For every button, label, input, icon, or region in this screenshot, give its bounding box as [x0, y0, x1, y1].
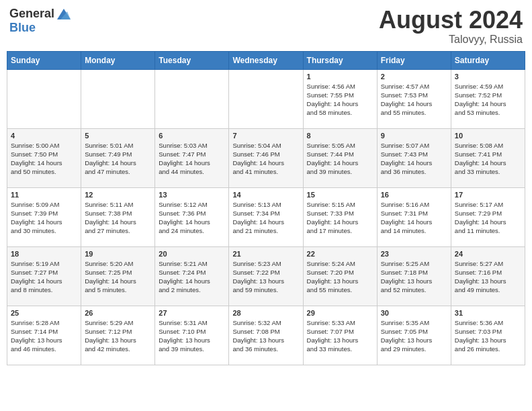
day-number: 23	[381, 250, 447, 258]
day-info: Sunrise: 5:36 AM Sunset: 7:03 PM Dayligh…	[455, 318, 521, 354]
day-info: Sunrise: 5:09 AM Sunset: 7:39 PM Dayligh…	[11, 200, 77, 236]
calendar-cell: 31Sunrise: 5:36 AM Sunset: 7:03 PM Dayli…	[451, 306, 525, 365]
column-header-tuesday: Tuesday	[155, 51, 229, 69]
day-number: 19	[85, 250, 151, 258]
day-info: Sunrise: 5:29 AM Sunset: 7:12 PM Dayligh…	[85, 318, 151, 354]
day-info: Sunrise: 5:00 AM Sunset: 7:50 PM Dayligh…	[11, 141, 77, 177]
day-number: 28	[232, 309, 299, 317]
calendar-cell	[155, 69, 229, 128]
calendar-cell: 14Sunrise: 5:13 AM Sunset: 7:34 PM Dayli…	[229, 187, 303, 246]
column-header-wednesday: Wednesday	[229, 51, 303, 69]
week-row-4: 18Sunrise: 5:19 AM Sunset: 7:27 PM Dayli…	[7, 246, 525, 306]
page-header: General Blue August 2024 Talovyy, Russia	[7, 7, 525, 46]
day-number: 22	[307, 250, 373, 258]
calendar-cell: 25Sunrise: 5:28 AM Sunset: 7:14 PM Dayli…	[7, 306, 81, 365]
column-header-saturday: Saturday	[451, 51, 525, 69]
calendar-cell: 18Sunrise: 5:19 AM Sunset: 7:27 PM Dayli…	[7, 246, 81, 306]
calendar-cell: 17Sunrise: 5:17 AM Sunset: 7:29 PM Dayli…	[451, 187, 525, 246]
week-row-1: 1Sunrise: 4:56 AM Sunset: 7:55 PM Daylig…	[7, 69, 525, 128]
calendar-cell: 15Sunrise: 5:15 AM Sunset: 7:33 PM Dayli…	[303, 187, 377, 246]
day-number: 3	[455, 73, 521, 81]
calendar-cell: 11Sunrise: 5:09 AM Sunset: 7:39 PM Dayli…	[7, 187, 81, 246]
day-info: Sunrise: 5:35 AM Sunset: 7:05 PM Dayligh…	[381, 318, 447, 354]
calendar-table: SundayMondayTuesdayWednesdayThursdayFrid…	[7, 51, 525, 365]
week-row-3: 11Sunrise: 5:09 AM Sunset: 7:39 PM Dayli…	[7, 187, 525, 246]
day-number: 7	[232, 132, 299, 140]
calendar-cell: 19Sunrise: 5:20 AM Sunset: 7:25 PM Dayli…	[81, 246, 155, 306]
day-number: 2	[381, 73, 447, 81]
day-info: Sunrise: 5:04 AM Sunset: 7:46 PM Dayligh…	[232, 141, 299, 177]
calendar-cell: 7Sunrise: 5:04 AM Sunset: 7:46 PM Daylig…	[229, 128, 303, 187]
day-info: Sunrise: 5:25 AM Sunset: 7:18 PM Dayligh…	[381, 259, 447, 295]
day-info: Sunrise: 5:15 AM Sunset: 7:33 PM Dayligh…	[307, 200, 373, 236]
month-title-block: August 2024 Talovyy, Russia	[379, 7, 523, 46]
day-info: Sunrise: 5:27 AM Sunset: 7:16 PM Dayligh…	[455, 259, 521, 295]
day-info: Sunrise: 5:08 AM Sunset: 7:41 PM Dayligh…	[455, 141, 521, 177]
logo-icon	[57, 9, 71, 19]
calendar-cell: 24Sunrise: 5:27 AM Sunset: 7:16 PM Dayli…	[451, 246, 525, 306]
calendar-cell: 13Sunrise: 5:12 AM Sunset: 7:36 PM Dayli…	[155, 187, 229, 246]
day-info: Sunrise: 5:33 AM Sunset: 7:07 PM Dayligh…	[307, 318, 373, 354]
calendar-cell: 28Sunrise: 5:32 AM Sunset: 7:08 PM Dayli…	[229, 306, 303, 365]
day-number: 6	[159, 132, 225, 140]
calendar-cell	[81, 69, 155, 128]
day-number: 24	[455, 250, 521, 258]
day-number: 31	[455, 309, 521, 317]
calendar-cell	[229, 69, 303, 128]
day-number: 15	[307, 191, 373, 199]
day-info: Sunrise: 5:31 AM Sunset: 7:10 PM Dayligh…	[159, 318, 225, 354]
week-row-5: 25Sunrise: 5:28 AM Sunset: 7:14 PM Dayli…	[7, 306, 525, 365]
day-info: Sunrise: 5:07 AM Sunset: 7:43 PM Dayligh…	[381, 141, 447, 177]
day-info: Sunrise: 4:57 AM Sunset: 7:53 PM Dayligh…	[381, 82, 447, 118]
calendar-cell: 27Sunrise: 5:31 AM Sunset: 7:10 PM Dayli…	[155, 306, 229, 365]
week-row-2: 4Sunrise: 5:00 AM Sunset: 7:50 PM Daylig…	[7, 128, 525, 187]
day-info: Sunrise: 4:59 AM Sunset: 7:52 PM Dayligh…	[455, 82, 521, 118]
day-info: Sunrise: 5:12 AM Sunset: 7:36 PM Dayligh…	[159, 200, 225, 236]
calendar-cell: 16Sunrise: 5:16 AM Sunset: 7:31 PM Dayli…	[377, 187, 451, 246]
day-number: 5	[85, 132, 151, 140]
calendar-cell: 23Sunrise: 5:25 AM Sunset: 7:18 PM Dayli…	[377, 246, 451, 306]
day-info: Sunrise: 4:56 AM Sunset: 7:55 PM Dayligh…	[307, 82, 373, 118]
day-number: 11	[11, 191, 77, 199]
column-header-friday: Friday	[377, 51, 451, 69]
day-info: Sunrise: 5:11 AM Sunset: 7:38 PM Dayligh…	[85, 200, 151, 236]
day-info: Sunrise: 5:17 AM Sunset: 7:29 PM Dayligh…	[455, 200, 521, 236]
day-number: 8	[307, 132, 373, 140]
calendar-cell	[7, 69, 81, 128]
day-number: 1	[307, 73, 373, 81]
day-info: Sunrise: 5:23 AM Sunset: 7:22 PM Dayligh…	[232, 259, 299, 295]
calendar-cell: 2Sunrise: 4:57 AM Sunset: 7:53 PM Daylig…	[377, 69, 451, 128]
day-number: 21	[232, 250, 299, 258]
day-info: Sunrise: 5:01 AM Sunset: 7:49 PM Dayligh…	[85, 141, 151, 177]
column-header-thursday: Thursday	[303, 51, 377, 69]
location-heading: Talovyy, Russia	[379, 34, 523, 46]
day-number: 17	[455, 191, 521, 199]
day-info: Sunrise: 5:21 AM Sunset: 7:24 PM Dayligh…	[159, 259, 225, 295]
logo-blue-text: Blue	[9, 21, 36, 34]
day-number: 27	[159, 309, 225, 317]
logo-general-text: General	[9, 7, 54, 21]
day-number: 25	[11, 309, 77, 317]
calendar-cell: 3Sunrise: 4:59 AM Sunset: 7:52 PM Daylig…	[451, 69, 525, 128]
day-info: Sunrise: 5:16 AM Sunset: 7:31 PM Dayligh…	[381, 200, 447, 236]
column-header-monday: Monday	[81, 51, 155, 69]
calendar-cell: 8Sunrise: 5:05 AM Sunset: 7:44 PM Daylig…	[303, 128, 377, 187]
calendar-cell: 26Sunrise: 5:29 AM Sunset: 7:12 PM Dayli…	[81, 306, 155, 365]
month-year-heading: August 2024	[379, 7, 523, 34]
day-info: Sunrise: 5:05 AM Sunset: 7:44 PM Dayligh…	[307, 141, 373, 177]
day-number: 29	[307, 309, 373, 317]
calendar-cell: 20Sunrise: 5:21 AM Sunset: 7:24 PM Dayli…	[155, 246, 229, 306]
day-info: Sunrise: 5:24 AM Sunset: 7:20 PM Dayligh…	[307, 259, 373, 295]
day-number: 30	[381, 309, 447, 317]
day-number: 10	[455, 132, 521, 140]
day-number: 18	[11, 250, 77, 258]
day-number: 9	[381, 132, 447, 140]
day-number: 12	[85, 191, 151, 199]
calendar-cell: 4Sunrise: 5:00 AM Sunset: 7:50 PM Daylig…	[7, 128, 81, 187]
day-number: 4	[11, 132, 77, 140]
day-info: Sunrise: 5:28 AM Sunset: 7:14 PM Dayligh…	[11, 318, 77, 354]
day-number: 16	[381, 191, 447, 199]
calendar-cell: 9Sunrise: 5:07 AM Sunset: 7:43 PM Daylig…	[377, 128, 451, 187]
day-info: Sunrise: 5:20 AM Sunset: 7:25 PM Dayligh…	[85, 259, 151, 295]
calendar-cell: 30Sunrise: 5:35 AM Sunset: 7:05 PM Dayli…	[377, 306, 451, 365]
